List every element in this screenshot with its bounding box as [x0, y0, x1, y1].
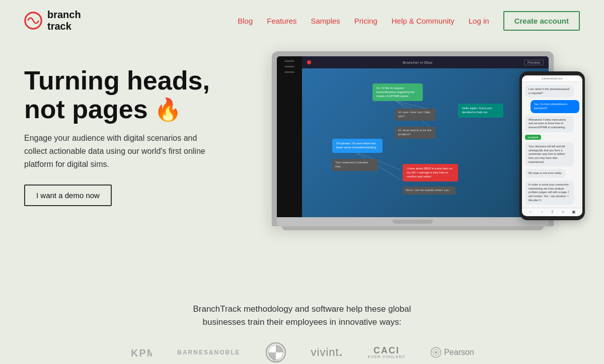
node-green: Hi, I'd like to request leave/absence re… — [372, 83, 423, 101]
preview-label: Preview — [524, 60, 544, 65]
vivint-logo: vivint. — [311, 346, 343, 359]
topbar-title: Brancher in Blue — [314, 60, 521, 65]
hero-devices: Brancher in Blue Preview — [246, 56, 580, 267]
fire-emoji: 🔥 — [154, 98, 182, 122]
bmw-logo: BMW — [266, 342, 286, 362]
hero-title-line2: not pages — [24, 95, 148, 124]
barnes-noble-logo: BARNES&NOBLE — [177, 349, 240, 356]
logo-icon — [24, 12, 42, 30]
demo-button[interactable]: I want a demo now — [24, 185, 112, 206]
phone-screen: a.branchtrack.com I am rather if this ph… — [522, 75, 582, 216]
svg-point-13 — [435, 351, 437, 354]
chat-bubble-6: In order to solve your connection mainta… — [525, 180, 574, 205]
svg-text:BMW: BMW — [272, 359, 279, 362]
node-blue: Oh please. I'm sure there has been some … — [332, 139, 383, 153]
chat-label-accepted: accepted — [525, 135, 541, 140]
nav-links: Blog Features Samples Pricing Help & Com… — [238, 17, 489, 25]
hero-title: Turning heads, not pages 🔥 — [24, 66, 236, 124]
phone-tabs-btn[interactable]: ▣ — [572, 210, 576, 214]
topbar-dot — [307, 60, 311, 64]
hero-description: Engage your audience with digital scenar… — [24, 132, 215, 170]
screen-topbar: Brancher in Blue Preview — [302, 56, 549, 68]
hero-copy: Turning heads, not pages 🔥 Engage your a… — [24, 56, 236, 206]
laptop-screen: Brancher in Blue Preview — [277, 56, 549, 217]
kpmg-logo: KPMG — [130, 345, 152, 359]
node-teal-1: Hello again. Good you decided to help me — [458, 104, 503, 118]
nav-help[interactable]: Help & Community — [392, 17, 455, 25]
brand-logos-row: KPMG BARNES&NOBLE BMW vivint. CACI EVER … — [24, 342, 580, 362]
laptop-mockup: Brancher in Blue Preview — [272, 51, 554, 230]
phone-nav-bar: ← → ⇧ ☆ ▣ — [522, 208, 582, 216]
node-answer-4: Hmm. Let me explain what I can. — [403, 187, 456, 195]
chat-bubble-3: #Received: Follow instructions and we wa… — [525, 116, 574, 132]
phone-back-btn[interactable]: ← — [528, 210, 533, 214]
create-account-button[interactable]: Create account — [503, 11, 580, 31]
logo[interactable]: branch track — [24, 9, 81, 32]
chat-bubble-2: Yes. I'm from what/where/a password? — [531, 100, 579, 113]
phone-share-btn[interactable]: ⇧ — [551, 210, 554, 214]
chat-bubble-4: Your decisions will tell and tell strate… — [525, 142, 574, 166]
logo-text: branch track — [47, 9, 81, 32]
nav-samples[interactable]: Samples — [311, 17, 340, 25]
pearson-logo: Pearson — [430, 347, 474, 358]
screen-sidebar — [277, 56, 302, 217]
navbar: branch track Blog Features Samples Prici… — [0, 0, 604, 41]
social-proof-tagline: BranchTrack methodology and software hel… — [176, 303, 428, 328]
svg-text:KPMG: KPMG — [131, 347, 152, 358]
phone-bookmark-btn[interactable]: ☆ — [561, 210, 565, 214]
nav-pricing[interactable]: Pricing — [354, 17, 378, 25]
phone-forward-btn[interactable]: → — [540, 210, 544, 214]
screen-canvas: Hi, I'd like to request leave/absence re… — [302, 68, 549, 217]
nav-blog[interactable]: Blog — [238, 17, 253, 25]
phone-chat: I am rather if this photo/password is re… — [522, 82, 582, 208]
chat-bubble-1: I am rather if this photo/password is re… — [525, 85, 574, 98]
chat-bubble-5: My hope is one error today. — [525, 169, 566, 178]
nav-login[interactable]: Log in — [469, 17, 489, 25]
node-red: I have about $500 in extra fees on my bi… — [403, 164, 458, 181]
phone-url-bar: a.branchtrack.com — [522, 75, 582, 82]
social-proof-section: BranchTrack methodology and software hel… — [0, 288, 604, 364]
nav-features[interactable]: Features — [267, 17, 296, 25]
node-answer-2: Hi, what seems to be the problem? — [395, 127, 435, 139]
hero-section: Turning heads, not pages 🔥 Engage your a… — [0, 41, 604, 267]
screen-main: Brancher in Blue Preview — [302, 56, 549, 217]
phone-mockup: a.branchtrack.com I am rather if this ph… — [519, 71, 585, 220]
node-answer-3: Your statement indicates that... — [332, 159, 378, 171]
caci-logo: CACI EVER VIGILANT — [368, 346, 405, 359]
node-answer-1: Hi, sure. How can I help you? — [395, 109, 435, 121]
